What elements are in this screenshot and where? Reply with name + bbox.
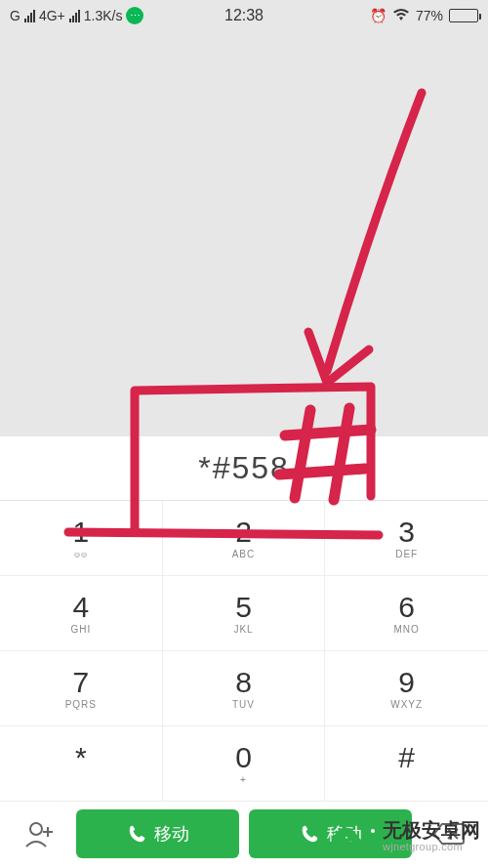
status-right: ⏰ 77%: [370, 8, 478, 24]
key-star[interactable]: *: [0, 726, 163, 802]
key-letters: DEF: [395, 549, 418, 560]
key-letters: PQRS: [65, 699, 97, 711]
key-3[interactable]: 3 DEF: [325, 501, 488, 576]
add-contact-button[interactable]: [12, 809, 66, 858]
svg-point-2: [371, 829, 375, 833]
key-digit: 5: [235, 591, 252, 624]
recents-area: [0, 31, 488, 436]
phone-icon: [127, 823, 148, 845]
phone-icon: [300, 823, 321, 845]
key-digit: 9: [398, 666, 415, 699]
status-left: G 4G+ 1.3K/s ⋯: [10, 7, 143, 24]
key-9[interactable]: 9 WXYZ: [325, 651, 488, 726]
alarm-icon: ⏰: [370, 8, 386, 23]
dial-display-row: *#558: [0, 436, 488, 501]
add-contact-icon: [22, 819, 56, 848]
key-6[interactable]: 6 MNO: [325, 576, 488, 651]
voicemail-icon: ⌾⌾: [74, 549, 88, 560]
data-rate: 1.3K/s: [84, 8, 123, 23]
key-letters: ABC: [232, 549, 256, 560]
key-digit: 6: [398, 591, 415, 624]
key-letters: WXYZ: [390, 699, 423, 711]
key-1[interactable]: 1 ⌾⌾: [0, 501, 163, 576]
watermark-logo-icon: [332, 813, 377, 858]
battery-icon: [449, 9, 478, 22]
key-4[interactable]: 4 GHI: [0, 576, 163, 651]
key-hash[interactable]: #: [325, 726, 488, 802]
key-digit: 1: [72, 516, 89, 549]
key-letters: +: [240, 774, 247, 786]
signal-bars-1: [24, 9, 35, 22]
key-digit: 8: [235, 666, 252, 699]
key-digit: 3: [398, 516, 415, 549]
keypad: 1 ⌾⌾ 2 ABC 3 DEF 4 GHI 5 JKL 6 MNO 7 PQR…: [0, 501, 488, 802]
key-digit: 0: [235, 741, 252, 774]
network-label: G: [10, 8, 20, 23]
call-sim1-label: 移动: [154, 822, 189, 846]
key-digit: #: [398, 741, 415, 774]
watermark-url: wjnetgroup.com: [383, 841, 480, 852]
key-8[interactable]: 8 TUV: [163, 651, 326, 726]
watermark: 无极安卓网 wjnetgroup.com: [332, 813, 480, 858]
key-digit: 2: [235, 516, 252, 549]
key-letters: MNO: [393, 624, 419, 636]
wifi-icon: [392, 8, 410, 24]
key-5[interactable]: 5 JKL: [163, 576, 326, 651]
watermark-title: 无极安卓网: [383, 819, 480, 841]
key-letters: TUV: [232, 699, 255, 711]
key-digit: 4: [72, 591, 89, 624]
status-time: 12:38: [224, 7, 264, 24]
key-letters: JKL: [233, 624, 253, 636]
status-bar: G 4G+ 1.3K/s ⋯ 12:38 ⏰ 77%: [0, 0, 488, 31]
network-mode: 4G+: [39, 8, 65, 23]
key-digit: 7: [72, 666, 89, 699]
key-0[interactable]: 0 +: [163, 726, 326, 802]
signal-bars-2: [69, 9, 80, 22]
battery-percent: 77%: [416, 8, 443, 23]
call-sim1-button[interactable]: 移动: [76, 809, 239, 858]
key-digit: *: [75, 741, 87, 774]
dial-display: *#558: [198, 450, 290, 486]
key-7[interactable]: 7 PQRS: [0, 651, 163, 726]
key-2[interactable]: 2 ABC: [163, 501, 326, 576]
wechat-notification-icon: ⋯: [126, 7, 143, 24]
svg-point-0: [30, 823, 42, 835]
key-letters: GHI: [70, 624, 91, 636]
